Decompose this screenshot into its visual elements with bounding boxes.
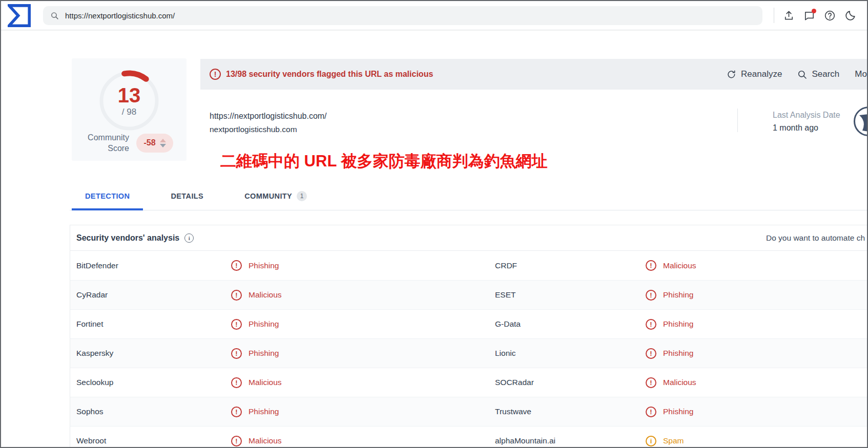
search-label: Search: [812, 69, 839, 79]
verdict: ! Phishing: [231, 407, 495, 417]
upload-icon[interactable]: [778, 5, 799, 26]
vendor-name: Trustwave: [495, 407, 646, 416]
verdict: ! Malicious: [231, 436, 495, 446]
alert-icon: !: [646, 407, 656, 417]
vote-carets: [160, 139, 166, 147]
alert-icon: !: [646, 348, 656, 359]
browser-topbar: https://nextportlogisticshub.com/: [1, 1, 867, 30]
verdict: ! Phishing: [646, 348, 868, 359]
search-icon: [50, 11, 59, 20]
more-button[interactable]: More: [855, 69, 868, 79]
vendor-name: Webroot: [76, 436, 231, 445]
table-row: Kaspersky ! Phishing Lionic ! Phishing: [70, 338, 868, 368]
vendor-rows: BitDefender ! Phishing CRDF ! Malicious …: [70, 251, 868, 448]
verdict-label: Phishing: [663, 319, 693, 329]
verdict-label: Phishing: [249, 407, 279, 416]
detection-alert-banner: ! 13/98 security vendors flagged this UR…: [200, 59, 868, 90]
table-row: CyRadar ! Malicious ESET ! Phishing: [70, 280, 868, 309]
vendor-name: G-Data: [495, 319, 646, 329]
alert-icon: !: [231, 407, 242, 417]
alert-icon: !: [646, 260, 656, 271]
reanalyze-label: Reanalyze: [741, 69, 782, 79]
tab-details[interactable]: DETAILS: [157, 181, 217, 210]
verdict: ! Phishing: [646, 290, 868, 301]
detection-score-donut: 13 / 98: [97, 69, 161, 133]
target-domain-link[interactable]: nextportlogisticshub.com: [210, 123, 327, 136]
alert-icon: !: [231, 290, 242, 301]
vendor-name: Seclookup: [76, 378, 231, 387]
verdict-label: Malicious: [249, 378, 282, 387]
verdict: ! Malicious: [231, 290, 495, 301]
tab-label: COMMUNITY: [244, 192, 292, 200]
search-icon: [797, 70, 807, 79]
notification-dot: [812, 9, 816, 13]
vendor-name: Sophos: [76, 407, 231, 416]
topbar-divider: [774, 8, 774, 23]
section-title: Security vendors' analysis: [76, 233, 179, 243]
last-analysis-divider: [737, 109, 738, 132]
feedback-icon[interactable]: [799, 5, 819, 26]
verdict-label: Malicious: [663, 378, 696, 387]
table-row: Sophos ! Phishing Trustwave ! Phishing: [70, 397, 868, 426]
verdict-label: Phishing: [663, 349, 693, 358]
alert-icon: !: [646, 319, 656, 330]
vendor-name: SOCRadar: [495, 378, 646, 387]
table-row: Webroot ! Malicious alphaMountain.ai i S…: [70, 426, 868, 448]
alert-icon: !: [646, 290, 656, 301]
community-score-label: Community Score: [78, 132, 129, 154]
last-analysis-value: 1 month ago: [773, 121, 840, 135]
search-button[interactable]: Search: [797, 69, 839, 79]
tab-detection[interactable]: DETECTION: [72, 181, 143, 210]
vendor-name: BitDefender: [76, 261, 231, 270]
info-icon[interactable]: i: [184, 233, 194, 243]
url-search-bar[interactable]: https://nextportlogisticshub.com/: [43, 6, 762, 25]
verdict-label: Malicious: [249, 436, 282, 445]
dark-mode-icon[interactable]: [840, 5, 860, 26]
vote-up-icon[interactable]: [160, 139, 166, 142]
vendor-name: alphaMountain.ai: [495, 436, 646, 445]
more-label: More: [855, 69, 868, 79]
verdict: i Spam: [646, 436, 868, 446]
total-engines: / 98: [122, 107, 136, 117]
alert-icon: !: [646, 377, 656, 388]
verdict-label: Phishing: [663, 290, 693, 300]
last-analysis-label: Last Analysis Date: [773, 109, 840, 121]
tab-community[interactable]: COMMUNITY 1: [231, 181, 320, 210]
vendor-name: CRDF: [495, 261, 646, 270]
help-icon[interactable]: [819, 5, 840, 26]
verdict: ! Malicious: [231, 377, 495, 388]
reanalyze-icon: [727, 70, 736, 79]
tab-label: DETECTION: [85, 192, 130, 200]
section-header: Security vendors' analysis i Do you want…: [70, 225, 868, 251]
table-row: Fortinet ! Phishing G-Data ! Phishing: [70, 309, 868, 338]
score-card: 13 / 98 Community Score -58: [72, 58, 187, 161]
table-row: Seclookup ! Malicious SOCRadar ! Malicio…: [70, 368, 868, 397]
vendor-name: ESET: [495, 290, 646, 300]
alert-icon: !: [231, 377, 242, 388]
info-icon: i: [646, 436, 656, 446]
banner-actions: Reanalyze Search More: [727, 69, 868, 79]
vendor-name: Fortinet: [76, 319, 231, 329]
vendor-name: CyRadar: [76, 290, 231, 300]
vendor-name: Kaspersky: [76, 349, 231, 358]
alert-icon: !: [231, 319, 242, 330]
community-score-pill[interactable]: -58: [136, 134, 173, 153]
reanalyze-button[interactable]: Reanalyze: [727, 69, 782, 79]
verdict-label: Phishing: [249, 319, 279, 329]
vote-down-icon[interactable]: [160, 144, 166, 147]
virustotal-logo-icon[interactable]: [8, 4, 31, 27]
alert-icon: !: [231, 260, 242, 271]
vendor-name: Lionic: [495, 349, 646, 358]
globe-icon[interactable]: [854, 106, 868, 136]
verdict: ! Malicious: [646, 377, 868, 388]
verdict: ! Malicious: [646, 260, 868, 271]
community-score-value: -58: [143, 138, 155, 147]
target-url: https://nextportlogisticshub.com/: [210, 110, 327, 123]
virustotal-page: https://nextportlogisticshub.com/: [0, 0, 868, 448]
alert-message: 13/98 security vendors flagged this URL …: [226, 70, 433, 79]
verdict-label: Spam: [663, 436, 684, 445]
verdict-label: Phishing: [249, 261, 279, 270]
verdict: ! Phishing: [646, 319, 868, 330]
verdict: ! Phishing: [231, 319, 495, 330]
url-input-value: https://nextportlogisticshub.com/: [65, 11, 175, 20]
